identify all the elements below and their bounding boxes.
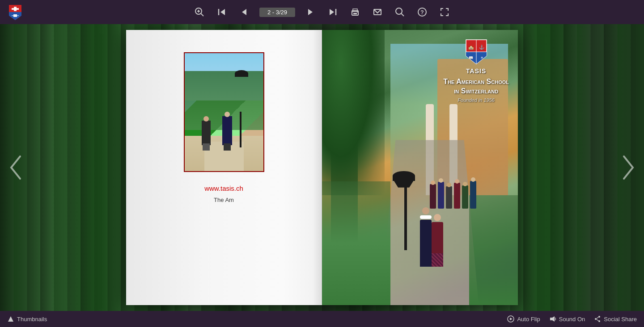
svg-rect-37 — [550, 318, 552, 320]
svg-marker-34 — [8, 316, 13, 322]
bottom-right-controls: Auto Flip Sound On Social Share — [507, 315, 637, 323]
svg-marker-14 — [308, 9, 313, 15]
left-page-photo — [184, 52, 264, 172]
book-spread: www.tasis.ch The Am — [126, 30, 518, 305]
left-page: www.tasis.ch The Am — [126, 30, 322, 305]
svg-marker-38 — [552, 316, 555, 322]
svg-point-41 — [595, 318, 597, 320]
right-page: 🏫 ⚓ 📖 ☀ TASIS The American School in Swi… — [322, 30, 518, 305]
svg-point-40 — [598, 320, 600, 322]
svg-line-8 — [201, 14, 204, 17]
svg-marker-12 — [220, 9, 225, 15]
svg-text:☀: ☀ — [480, 56, 483, 60]
toolbar-icons: 2 - 3/29 — [192, 5, 452, 19]
last-page-button[interactable] — [326, 5, 340, 19]
print-button[interactable] — [348, 5, 362, 19]
search-button[interactable] — [393, 5, 407, 19]
social-share-label: Social Share — [604, 316, 637, 323]
svg-text:📖: 📖 — [469, 55, 473, 60]
svg-text:⚓: ⚓ — [479, 44, 485, 50]
svg-line-43 — [597, 319, 598, 321]
svg-marker-36 — [510, 318, 513, 320]
email-button[interactable] — [370, 5, 385, 19]
svg-text:🏫: 🏫 — [468, 44, 474, 50]
thumbnails-label: Thumbnails — [17, 316, 47, 323]
first-page-button[interactable] — [215, 5, 229, 19]
bottom-toolbar: Thumbnails Auto Flip Sound On — [0, 311, 644, 327]
next-page-button[interactable] — [303, 5, 318, 19]
sound-button[interactable]: Sound On — [549, 315, 585, 323]
page-url: www.tasis.ch — [204, 184, 243, 192]
svg-line-23 — [402, 14, 404, 17]
school-founded: Founded in 1956 — [443, 97, 509, 103]
svg-rect-4 — [12, 8, 19, 10]
svg-marker-13 — [242, 9, 246, 15]
page-indicator: 2 - 3/29 — [259, 8, 295, 17]
sound-on-label: Sound On — [559, 316, 585, 323]
thumbnails-button[interactable]: Thumbnails — [7, 315, 47, 323]
photo-content — [185, 53, 263, 171]
app-logo — [5, 2, 25, 22]
svg-point-22 — [396, 8, 402, 14]
toolbar: 2 - 3/29 — [0, 0, 644, 24]
page-subtitle: The Am — [214, 197, 234, 203]
fullscreen-button[interactable] — [437, 5, 452, 19]
tasis-label: TASIS — [443, 67, 509, 75]
auto-flip-button[interactable]: Auto Flip — [507, 315, 540, 323]
school-name: The American School in Switzerland — [443, 77, 509, 96]
social-share-button[interactable]: Social Share — [594, 315, 637, 323]
tasis-info-overlay: 🏫 ⚓ 📖 ☀ TASIS The American School in Swi… — [443, 39, 509, 103]
svg-text:?: ? — [420, 9, 424, 16]
svg-rect-6 — [12, 15, 19, 16]
auto-flip-label: Auto Flip — [517, 316, 540, 323]
prev-page-button[interactable] — [237, 5, 251, 19]
svg-rect-19 — [353, 13, 357, 14]
zoom-in-button[interactable] — [192, 5, 207, 19]
prev-page-nav-arrow[interactable] — [4, 150, 27, 185]
next-page-nav-arrow[interactable] — [617, 150, 640, 185]
svg-point-20 — [357, 12, 358, 13]
svg-marker-16 — [330, 9, 334, 15]
help-button[interactable]: ? — [415, 5, 429, 19]
main-content: www.tasis.ch The Am — [0, 24, 644, 311]
svg-point-39 — [598, 316, 600, 318]
svg-line-42 — [597, 317, 598, 319]
